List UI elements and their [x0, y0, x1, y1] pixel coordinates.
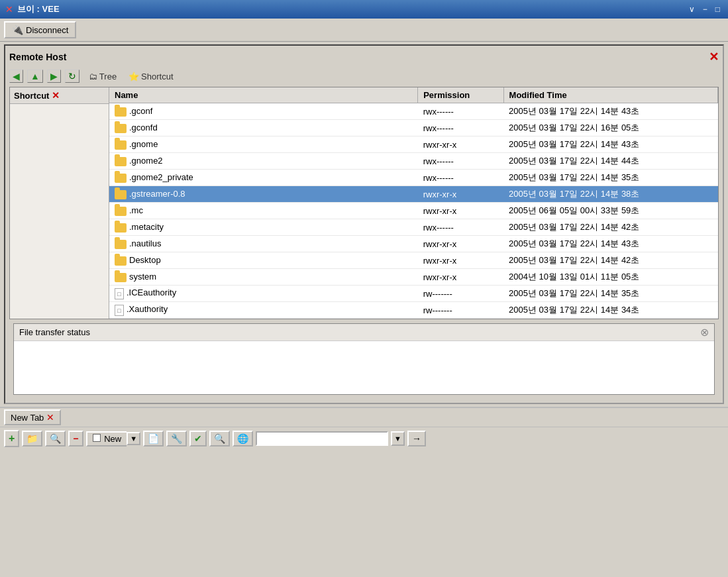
- file-transfer-content: [14, 341, 714, 394]
- search-button[interactable]: 🔍: [45, 431, 66, 446]
- new-tab-item[interactable]: New Tab ✕: [4, 409, 61, 425]
- remote-host-title: Remote Host: [9, 52, 66, 62]
- permission-cell: rwxr-xr-x: [418, 252, 503, 269]
- folder-icon: [115, 174, 127, 183]
- bottom-toolbar: + 📁 🔍 − New ▼ 📄 🔧 ✔ 🔍 🌐 ▼ →: [0, 427, 728, 450]
- table-row[interactable]: .gconfdrwx------2005년 03월 17일 22시 16분 05…: [109, 120, 718, 136]
- nav-up-button[interactable]: ▲: [27, 70, 43, 83]
- table-row[interactable]: .gstreamer-0.8rwxr-xr-x2005년 03월 17일 22시…: [109, 186, 718, 203]
- nav-refresh-button[interactable]: ↻: [65, 70, 79, 83]
- file-panel: Shortcut ✕ Name Permission Modified Time…: [9, 87, 719, 319]
- table-row[interactable]: .mcrwxr-xr-x2005년 06월 05일 00시 33분 59초: [109, 203, 718, 219]
- table-row[interactable]: .gnome2rwx------2005년 03월 17일 22시 14분 44…: [109, 153, 718, 170]
- shortcut-close-button[interactable]: ✕: [52, 90, 60, 101]
- nav-forward-button[interactable]: ▶: [47, 70, 61, 83]
- settings-button[interactable]: 🔧: [166, 431, 187, 446]
- globe-button[interactable]: 🌐: [233, 431, 253, 446]
- title-bar-controls: ∨ − □: [686, 5, 723, 14]
- permission-cell: rwx------: [418, 153, 503, 170]
- open-folder-button[interactable]: 📁: [22, 431, 42, 446]
- file-icon-button[interactable]: 📄: [143, 431, 164, 446]
- restore-button[interactable]: −: [700, 5, 710, 14]
- path-dropdown-button[interactable]: ▼: [391, 431, 405, 446]
- tab-tree[interactable]: 🗂 Tree: [83, 70, 122, 83]
- new-tab-label: New Tab: [11, 413, 44, 423]
- folder-icon: [115, 190, 127, 199]
- file-table: Name Permission Modified Time .gconfrwx-…: [109, 87, 718, 319]
- file-name-cell: .mc: [109, 203, 418, 219]
- modified-time-cell: 2005년 03월 17일 22시 14분 38초: [503, 186, 717, 203]
- new-button[interactable]: New: [86, 431, 127, 446]
- new-tab-close-icon[interactable]: ✕: [46, 412, 54, 423]
- go-button[interactable]: →: [407, 431, 426, 446]
- permission-cell: rw-------: [418, 286, 503, 302]
- disconnect-label: Disconnect: [26, 25, 68, 35]
- table-row[interactable]: .gconfrwx------2005년 03월 17일 22시 14분 43초: [109, 103, 718, 120]
- zoom-button[interactable]: 🔍: [209, 431, 230, 446]
- file-name-text: .ICEauthority: [127, 288, 176, 297]
- table-row[interactable]: systemrwxr-xr-x2004년 10월 13일 01시 11분 05초: [109, 269, 718, 286]
- permission-cell: rwxr-xr-x: [418, 136, 503, 153]
- permission-cell: rw-------: [418, 302, 503, 319]
- file-name-cell: □.ICEauthority: [109, 286, 418, 302]
- table-row[interactable]: .metacityrwx------2005년 03월 17일 22시 14분 …: [109, 219, 718, 236]
- nav-back-button[interactable]: ◀: [9, 70, 23, 83]
- tab-shortcut[interactable]: ⭐ Shortcut: [123, 70, 178, 83]
- file-name-cell: .metacity: [109, 219, 418, 236]
- new-button-container: New ▼: [86, 431, 141, 446]
- folder-icon: [115, 124, 127, 133]
- column-header-name: Name: [109, 87, 418, 103]
- file-name-cell: Desktop: [109, 252, 418, 269]
- modified-time-cell: 2005년 03월 17일 22시 14분 35초: [503, 286, 717, 302]
- folder-icon: [115, 140, 127, 150]
- file-name-text: .gnome: [129, 139, 158, 149]
- table-row[interactable]: □.Xauthorityrw-------2005년 03월 17일 22시 1…: [109, 302, 718, 319]
- folder-icon: [115, 240, 127, 249]
- file-name-text: .gstreamer-0.8: [129, 189, 185, 199]
- column-header-modified-time: Modified Time: [503, 87, 717, 103]
- window-title: 브이 : VEE: [17, 3, 60, 15]
- title-bar: ✕ 브이 : VEE ∨ − □: [0, 0, 728, 19]
- permission-cell: rwx------: [418, 120, 503, 136]
- file-name-cell: .gnome2: [109, 153, 418, 170]
- add-button[interactable]: +: [4, 430, 19, 447]
- modified-time-cell: 2005년 03월 17일 22시 14분 43초: [503, 136, 717, 153]
- table-row[interactable]: .gnomerwxr-xr-x2005년 03월 17일 22시 14분 43초: [109, 136, 718, 153]
- table-header-row: Name Permission Modified Time: [109, 87, 718, 103]
- file-transfer-section: File transfer status ⊗: [13, 323, 715, 395]
- file-name-text: .metacity: [129, 222, 164, 232]
- shortcut-panel: Shortcut ✕: [10, 87, 109, 319]
- file-name-cell: .gconfd: [109, 120, 418, 136]
- main-toolbar: 🔌 Disconnect: [0, 19, 728, 42]
- shortcut-icon: ⭐: [129, 72, 139, 81]
- minimize-button[interactable]: ∨: [686, 5, 698, 14]
- modified-time-cell: 2005년 03월 17일 22시 14분 43초: [503, 103, 717, 120]
- file-transfer-close-button[interactable]: ⊗: [700, 326, 709, 339]
- confirm-button[interactable]: ✔: [189, 431, 207, 446]
- new-dropdown-button[interactable]: ▼: [127, 432, 140, 445]
- disconnect-button[interactable]: 🔌 Disconnect: [4, 21, 76, 38]
- permission-cell: rwxr-xr-x: [418, 203, 503, 219]
- nav-bar: ◀ ▲ ▶ ↻ 🗂 Tree ⭐ Shortcut: [9, 70, 719, 83]
- new-checkbox-icon: [93, 434, 101, 442]
- table-row[interactable]: .gnome2_privaterwx------2005년 03월 17일 22…: [109, 170, 718, 186]
- permission-cell: rwxr-xr-x: [418, 269, 503, 286]
- modified-time-cell: 2005년 03월 17일 22시 14분 34초: [503, 302, 717, 319]
- file-name-text: Desktop: [129, 255, 161, 265]
- path-input[interactable]: [256, 431, 388, 446]
- table-row[interactable]: □.ICEauthorityrw-------2005년 03월 17일 22시…: [109, 286, 718, 302]
- file-name-text: system: [129, 272, 156, 282]
- folder-icon: [115, 157, 127, 166]
- file-name-text: .gconf: [129, 106, 152, 116]
- remove-button[interactable]: −: [68, 431, 83, 446]
- file-transfer-header: File transfer status ⊗: [14, 324, 714, 341]
- maximize-button[interactable]: □: [713, 5, 723, 14]
- file-name-cell: .gnome: [109, 136, 418, 153]
- table-row[interactable]: Desktoprwxr-xr-x2005년 03월 17일 22시 14분 42…: [109, 252, 718, 269]
- file-scroll-area[interactable]: Name Permission Modified Time .gconfrwx-…: [109, 87, 718, 319]
- file-name-text: .Xauthority: [127, 304, 168, 314]
- permission-cell: rwx------: [418, 170, 503, 186]
- table-row[interactable]: .nautilusrwxr-xr-x2005년 03월 17일 22시 14분 …: [109, 236, 718, 252]
- remote-host-close-button[interactable]: ✕: [709, 50, 719, 64]
- file-table-body: .gconfrwx------2005년 03월 17일 22시 14분 43초…: [109, 103, 718, 319]
